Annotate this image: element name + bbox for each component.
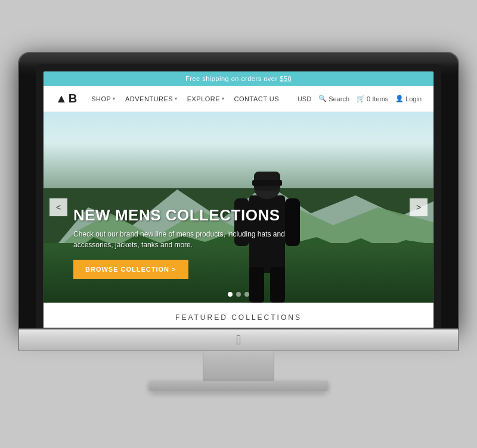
featured-collections-title: FEATURED COLLECTIONS	[44, 313, 433, 322]
currency-selector[interactable]: USD	[298, 95, 311, 102]
hero-title: NEW MENS COLLECTIONS	[73, 207, 300, 224]
slider-next-button[interactable]: >	[410, 198, 428, 216]
banner-amount: $50	[280, 75, 292, 82]
browse-collection-button[interactable]: BROWSE COLLECTION >	[73, 260, 188, 279]
main-nav: ▲ B SHOP ▾ ADVENTURES ▾	[44, 86, 433, 112]
login-button[interactable]: 👤 Login	[395, 95, 422, 102]
website-container: Free shipping on orders over $50 ▲ B SHO…	[44, 71, 433, 328]
slide-dot-3[interactable]	[244, 292, 249, 297]
nav-item-adventures[interactable]: ADVENTURES ▾	[125, 95, 178, 102]
hero-slider: < > NEW MENS COLLECTIONS Check out our b…	[44, 112, 433, 303]
mountain-icon: ▲	[55, 92, 67, 105]
imac-chin: 	[18, 329, 459, 351]
top-banner: Free shipping on orders over $50	[44, 71, 433, 86]
search-icon: 🔍	[318, 95, 327, 102]
chevron-down-icon: ▾	[113, 96, 116, 101]
nav-item-contact[interactable]: CONTACT US	[234, 95, 280, 102]
search-button[interactable]: 🔍 Search	[318, 95, 349, 102]
chevron-down-icon: ▾	[175, 96, 178, 101]
imac-stand-reflection	[149, 391, 328, 396]
nav-right: USD 🔍 Search 🛒 0 Items 👤 L	[298, 95, 422, 102]
nav-links: SHOP ▾ ADVENTURES ▾ EXPLORE ▾	[91, 95, 298, 102]
nav-item-explore[interactable]: EXPLORE ▾	[187, 95, 225, 102]
slide-indicators	[228, 292, 249, 297]
hero-content: NEW MENS COLLECTIONS Check out our brand…	[73, 207, 300, 279]
cart-icon: 🛒	[357, 95, 365, 102]
imac-stand-base	[149, 381, 328, 391]
svg-rect-6	[252, 180, 282, 186]
chevron-right-icon: >	[416, 203, 421, 212]
user-icon: 👤	[395, 95, 404, 102]
chevron-down-icon: ▾	[222, 96, 225, 101]
slide-dot-1[interactable]	[228, 292, 233, 297]
apple-logo: 	[236, 334, 241, 347]
slide-dot-2[interactable]	[236, 292, 241, 297]
logo-letter: B	[69, 92, 77, 105]
hero-description: Check out our brand new line of mens pro…	[73, 229, 300, 250]
cart-button[interactable]: 🛒 0 Items	[357, 95, 388, 102]
chevron-left-icon: <	[56, 203, 61, 212]
banner-text: Free shipping on orders over	[185, 75, 280, 82]
slider-prev-button[interactable]: <	[49, 198, 67, 216]
imac-stand-neck	[203, 351, 274, 381]
featured-collections-section: FEATURED COLLECTIONS	[44, 303, 433, 328]
nav-item-shop[interactable]: SHOP ▾	[91, 95, 116, 102]
site-logo[interactable]: ▲ B	[55, 92, 77, 105]
